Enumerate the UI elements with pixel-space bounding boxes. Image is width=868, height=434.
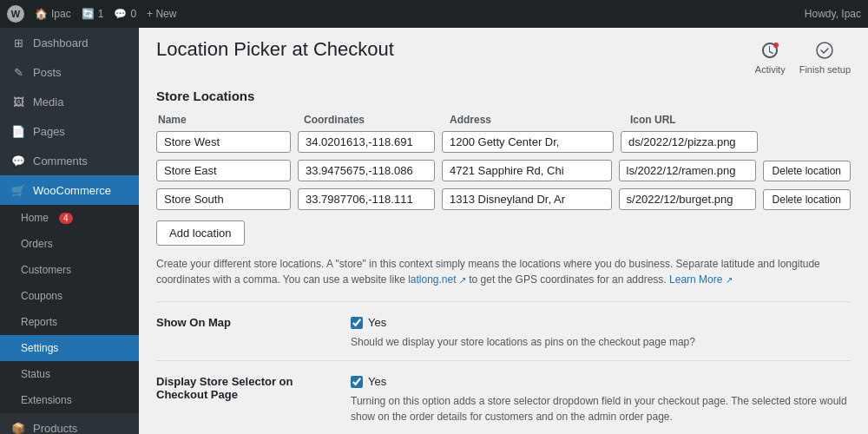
sidebar-item-dashboard[interactable]: ⊞ Dashboard [0,28,139,57]
display-store-selector-row: Display Store Selector on Checkout Page … [156,375,851,424]
show-on-map-section: Show On Map Yes Should we display your s… [156,301,851,350]
store-east-name-input[interactable] [156,160,291,181]
sidebar-label-pages: Pages [33,125,65,138]
sidebar-item-orders[interactable]: Orders [0,231,139,257]
sidebar-label-media: Media [33,95,63,108]
howdy-text: Howdy, Ipac [805,8,861,20]
activity-icon [758,38,782,62]
sidebar-label-status: Status [21,368,50,380]
sidebar-label-extensions: Extensions [21,394,72,406]
helper-text-after: to get the GPS coordinates for an addres… [466,273,669,286]
store-west-icon-input[interactable] [621,131,758,153]
posts-icon: ✎ [10,64,26,80]
display-store-selector-checkbox[interactable] [351,376,363,388]
pages-icon: 📄 [10,123,26,139]
admin-bar: W 🏠 Ipac 🔄 1 💬 0 + New Howdy, Ipac [0,0,868,28]
store-east-coords-input[interactable] [298,160,435,181]
page-header: Location Picker at Checkout Activity [139,28,868,75]
sidebar-item-woocommerce[interactable]: 🛒 WooCommerce [0,175,139,205]
sidebar-item-media[interactable]: 🖼 Media [0,87,139,116]
sidebar-label-comments: Comments [33,155,88,168]
store-east-icon-input[interactable] [619,160,756,181]
comments-link[interactable]: 💬 0 [114,8,136,20]
main-layout: ⊞ Dashboard ✎ Posts 🖼 Media 📄 Pages 💬 Co… [0,28,868,434]
site-name-link[interactable]: 🏠 Ipac [35,8,71,20]
store-west-address-input[interactable] [442,131,614,153]
new-label: + New [147,8,176,20]
show-on-map-checkbox-row: Yes [351,316,851,329]
col-header-address: Address [450,114,623,126]
delete-store-east-button[interactable]: Delete location [763,161,851,181]
col-header-icon-url: Icon URL [630,114,769,126]
sidebar-label-home: Home [21,212,49,224]
location-row [156,131,851,153]
updates-icon: 🔄 [82,8,95,20]
sidebar-item-pages[interactable]: 📄 Pages [0,116,139,146]
display-store-selector-description: Turning on this option adds a store sele… [351,393,851,424]
sidebar-label-orders: Orders [21,238,53,250]
sidebar-label-customers: Customers [21,264,71,276]
new-content-button[interactable]: + New [147,8,176,20]
learn-more-external-icon: ↗ [726,275,733,285]
wp-logo-link[interactable]: W [7,5,24,23]
table-headers: Name Coordinates Address Icon URL [156,114,851,126]
show-on-map-description: Should we display your store locations a… [351,334,851,350]
display-store-selector-checkbox-row: Yes [351,375,851,388]
store-south-address-input[interactable] [442,188,612,210]
sidebar-label-reports: Reports [21,316,57,328]
sidebar-item-settings[interactable]: Settings [0,335,139,361]
finish-setup-icon [812,38,837,62]
sidebar-item-home[interactable]: Home 4 [0,205,139,231]
display-store-selector-section: Display Store Selector on Checkout Page … [156,360,851,424]
sidebar-label-dashboard: Dashboard [33,36,89,49]
learn-more-link[interactable]: Learn More ↗ [669,273,733,286]
show-on-map-row: Show On Map Yes Should we display your s… [156,316,851,350]
display-store-selector-label: Display Store Selector on Checkout Page [156,375,330,424]
col-header-coordinates: Coordinates [304,114,443,126]
svg-point-1 [817,43,832,58]
sidebar-label-posts: Posts [33,66,62,79]
products-icon: 📦 [10,420,26,434]
sidebar-item-posts[interactable]: ✎ Posts [0,57,139,87]
finish-setup-button[interactable]: Finish setup [799,38,851,75]
sidebar-item-products[interactable]: 📦 Products [0,413,139,434]
updates-link[interactable]: 🔄 1 [82,8,104,20]
show-on-map-checkbox[interactable] [351,317,363,329]
store-west-name-input[interactable] [156,131,291,153]
comment-icon: 💬 [114,8,127,20]
admin-bar-left: W 🏠 Ipac 🔄 1 💬 0 + New [7,5,176,23]
latlong-link[interactable]: latlong.net ↗ [408,273,466,286]
display-store-selector-control: Yes Turning on this option adds a store … [351,375,851,424]
store-locations-helper: Create your different store locations. A… [156,256,851,287]
sidebar-item-status[interactable]: Status [0,361,139,387]
store-west-coords-input[interactable] [298,131,435,153]
store-locations-title: Store Locations [156,89,851,103]
sidebar-item-customers[interactable]: Customers [0,257,139,283]
delete-store-south-button[interactable]: Delete location [763,189,851,210]
home-badge: 4 [59,213,73,224]
store-south-coords-input[interactable] [298,188,435,210]
header-actions: Activity Finish setup [755,38,851,75]
store-south-icon-input[interactable] [619,188,756,210]
col-header-name: Name [158,114,297,126]
svg-point-0 [773,43,779,48]
media-icon: 🖼 [10,94,26,109]
updates-count: 1 [98,8,104,20]
sidebar-item-reports[interactable]: Reports [0,309,139,335]
comments-nav-icon: 💬 [10,153,26,168]
finish-setup-label: Finish setup [799,64,851,75]
add-location-button[interactable]: Add location [156,220,245,246]
page-title: Location Picker at Checkout [156,38,394,61]
sidebar-label-coupons: Coupons [21,290,62,302]
site-name: Ipac [51,8,71,20]
sidebar-item-comments[interactable]: 💬 Comments [0,146,139,175]
sidebar-item-extensions[interactable]: Extensions [0,387,139,413]
comments-count: 0 [130,8,136,20]
store-south-name-input[interactable] [156,188,291,210]
sidebar: ⊞ Dashboard ✎ Posts 🖼 Media 📄 Pages 💬 Co… [0,28,139,434]
store-east-address-input[interactable] [442,160,612,181]
sidebar-item-coupons[interactable]: Coupons [0,283,139,309]
wp-logo: W [7,5,24,23]
activity-button[interactable]: Activity [755,38,786,75]
woocommerce-submenu: Home 4 Orders Customers Coupons Reports … [0,205,139,413]
